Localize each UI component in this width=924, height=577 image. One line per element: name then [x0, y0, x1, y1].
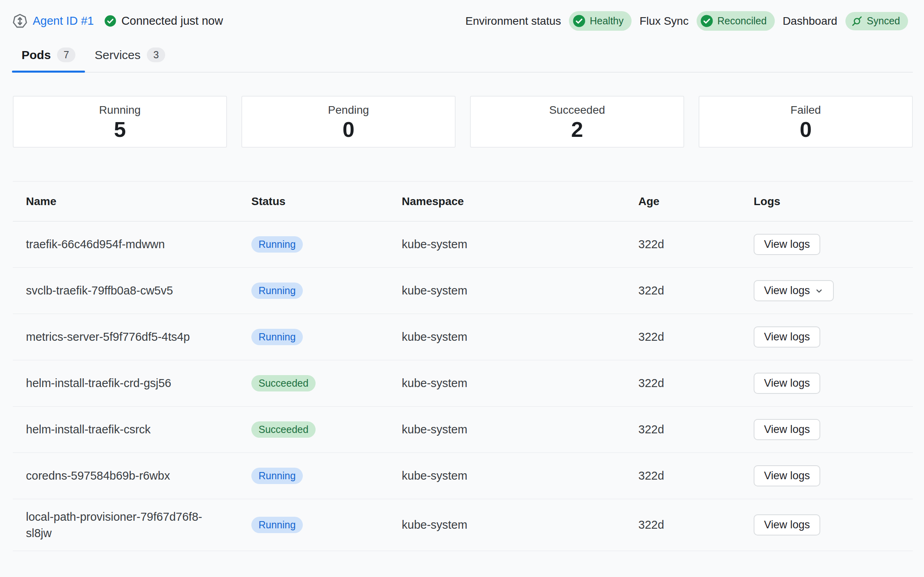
- view-logs-label: View logs: [764, 423, 810, 436]
- pod-age: 322d: [626, 469, 741, 482]
- pod-name: helm-install-traefik-csrck: [13, 421, 230, 438]
- column-header-age: Age: [626, 195, 741, 208]
- tab-bar: Pods 7 Services 3: [12, 45, 913, 73]
- topbar: Agent ID #1 Connected just now Environme…: [0, 0, 924, 31]
- tab-pods-label: Pods: [22, 48, 51, 62]
- tab-services[interactable]: Services 3: [85, 45, 175, 72]
- chevron-down-icon: [815, 287, 823, 295]
- view-logs-label: View logs: [764, 377, 810, 389]
- pod-namespace: kube-system: [402, 238, 626, 251]
- agent-id-link[interactable]: Agent ID #1: [33, 14, 94, 28]
- stat-label: Pending: [328, 104, 369, 117]
- view-logs-button[interactable]: View logs: [754, 326, 820, 348]
- table-row: helm-install-traefik-crd-gsj56 Succeeded…: [13, 360, 913, 407]
- pod-namespace: kube-system: [402, 423, 626, 436]
- table-row: metrics-server-5f9f776df5-4ts4p Running …: [13, 314, 913, 360]
- healthy-badge: Healthy: [569, 11, 632, 31]
- connected-check-icon: [104, 15, 116, 27]
- pod-age: 322d: [626, 284, 741, 297]
- view-logs-button[interactable]: View logs: [754, 373, 820, 394]
- stat-label: Running: [99, 104, 140, 117]
- stat-card-failed: Failed 0: [699, 96, 913, 148]
- table-row: coredns-597584b69b-r6wbx Running kube-sy…: [13, 453, 913, 499]
- synced-badge: Synced: [845, 12, 908, 30]
- status-badge: Running: [251, 468, 303, 484]
- view-logs-label: View logs: [764, 470, 810, 482]
- view-logs-button[interactable]: View logs: [754, 465, 820, 486]
- pods-table: Name Status Namespace Age Logs traefik-6…: [13, 181, 913, 551]
- pod-age: 322d: [626, 238, 741, 251]
- environment-status-label: Environment status: [466, 15, 561, 28]
- status-badge: Running: [251, 283, 303, 299]
- view-logs-label: View logs: [764, 331, 810, 343]
- status-badge: Running: [251, 329, 303, 345]
- table-header-row: Name Status Namespace Age Logs: [13, 182, 913, 221]
- table-row: local-path-provisioner-79f67d76f8-sl8jw …: [13, 499, 913, 551]
- reconciled-badge: Reconciled: [697, 11, 775, 31]
- stat-value: 5: [114, 119, 126, 140]
- column-header-status: Status: [251, 195, 402, 208]
- pod-name: metrics-server-5f9f776df5-4ts4p: [13, 329, 230, 345]
- status-badge: Succeeded: [251, 421, 316, 438]
- check-circle-icon: [700, 14, 713, 28]
- status-badge: Running: [251, 236, 303, 253]
- pod-age: 322d: [626, 330, 741, 344]
- pod-age: 322d: [626, 423, 741, 436]
- pod-name: svclb-traefik-79ffb0a8-cw5v5: [13, 283, 230, 299]
- pod-name: coredns-597584b69b-r6wbx: [13, 468, 230, 484]
- agent-icon: [12, 13, 28, 29]
- pod-namespace: kube-system: [402, 469, 626, 482]
- status-badge: Running: [251, 517, 303, 533]
- view-logs-label: View logs: [764, 238, 810, 251]
- tab-pods[interactable]: Pods 7: [12, 45, 85, 72]
- pod-name: helm-install-traefik-crd-gsj56: [13, 375, 230, 391]
- tab-services-label: Services: [95, 48, 140, 62]
- stat-card-pending: Pending 0: [241, 96, 456, 148]
- healthy-badge-label: Healthy: [590, 15, 624, 27]
- pod-age: 322d: [626, 377, 741, 390]
- status-badge: Succeeded: [251, 375, 316, 391]
- column-header-name: Name: [13, 194, 230, 209]
- table-row: svclb-traefik-79ffb0a8-cw5v5 Running kub…: [13, 268, 913, 314]
- view-logs-button[interactable]: View logs: [754, 419, 820, 440]
- synced-badge-label: Synced: [867, 15, 900, 27]
- connection-status-text: Connected just now: [121, 14, 223, 28]
- tab-services-count-badge: 3: [147, 47, 165, 62]
- stat-value: 2: [571, 119, 583, 140]
- table-row: traefik-66c46d954f-mdwwn Running kube-sy…: [13, 221, 913, 268]
- column-header-namespace: Namespace: [402, 195, 626, 208]
- stat-value: 0: [800, 119, 811, 140]
- pod-name: traefik-66c46d954f-mdwwn: [13, 236, 230, 253]
- environment-status-group: Environment status Healthy Flux Sync Rec…: [466, 11, 908, 31]
- view-logs-label: View logs: [764, 519, 810, 531]
- view-logs-dropdown-button[interactable]: View logs: [754, 280, 834, 301]
- pod-namespace: kube-system: [402, 377, 626, 390]
- pod-name: local-path-provisioner-79f67d76f8-sl8jw: [13, 509, 230, 541]
- dashboard-label: Dashboard: [783, 15, 837, 28]
- pod-namespace: kube-system: [402, 330, 626, 344]
- stat-card-running: Running 5: [13, 96, 227, 148]
- check-circle-icon: [573, 14, 586, 28]
- column-header-logs: Logs: [741, 195, 913, 208]
- stat-label: Failed: [790, 104, 821, 117]
- reconciled-badge-label: Reconciled: [717, 15, 767, 27]
- pod-stats-row: Running 5 Pending 0 Succeeded 2 Failed 0: [13, 96, 913, 148]
- pod-age: 322d: [626, 518, 741, 532]
- view-logs-button[interactable]: View logs: [754, 234, 820, 255]
- flux-sync-label: Flux Sync: [640, 15, 689, 28]
- stat-label: Succeeded: [549, 104, 605, 117]
- view-logs-label: View logs: [764, 285, 810, 297]
- stat-value: 0: [342, 119, 354, 140]
- sync-link-icon: [851, 15, 863, 27]
- table-row: helm-install-traefik-csrck Succeeded kub…: [13, 407, 913, 453]
- pod-namespace: kube-system: [402, 518, 626, 532]
- view-logs-button[interactable]: View logs: [754, 514, 820, 536]
- pod-namespace: kube-system: [402, 284, 626, 297]
- tab-pods-count-badge: 7: [57, 47, 75, 62]
- agent-status-group: Agent ID #1 Connected just now: [12, 13, 223, 29]
- stat-card-succeeded: Succeeded 2: [470, 96, 684, 148]
